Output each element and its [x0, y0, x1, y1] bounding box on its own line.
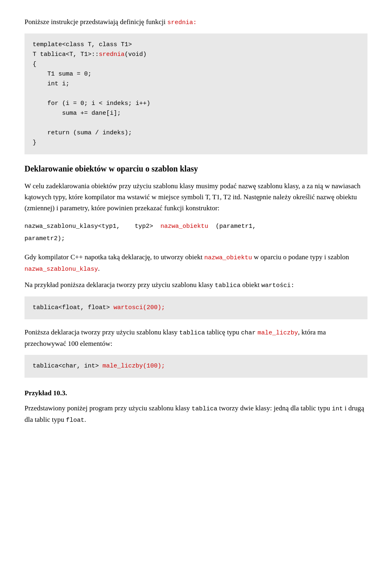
para5-code3: float [66, 417, 85, 424]
para3-code2: wartości: [261, 282, 294, 289]
para2-prefix: Gdy kompilator C++ napotka taką deklarac… [24, 253, 204, 261]
code-block-2-red: wartosci(200); [114, 304, 165, 311]
para5-code2: int [332, 405, 343, 412]
constructor-part4: (parametr1, [208, 223, 256, 230]
code-line: { [33, 61, 36, 68]
code-block-3: tablica<char, int> male_liczby(100); [24, 355, 368, 378]
code-block-3-red: male_liczby(100); [102, 363, 165, 370]
para3-prefix: Na przykład poniższa deklaracja tworzy p… [24, 281, 215, 289]
section-heading: Deklarowanie obiektów w oparciu o szablo… [24, 163, 368, 175]
code-line: int i; [33, 80, 69, 87]
constructor-part1: nazwa_szablonu_klasy<typ1, typ2> [24, 223, 160, 230]
para3-middle: obiekt [241, 281, 261, 289]
code-block-2: tablica<float, float> wartosci(200); [24, 296, 368, 319]
para4-red: male_liczby [258, 330, 298, 336]
constructor-part5: parametr2); [24, 235, 65, 242]
code-line: suma += dane[i]; [33, 110, 121, 117]
para3: Na przykład poniższa deklaracja tworzy p… [24, 279, 368, 291]
para2-red2: nazwa_szablonu_klasy [24, 266, 98, 273]
para5-end: . [85, 416, 86, 423]
intro-paragraph: Poniższe instrukcje przedstawiają defini… [24, 16, 368, 28]
code-line: return (suma / indeks); [33, 129, 132, 136]
para5-code: tablica [192, 405, 217, 412]
para5: Przedstawiony poniżej program przy użyci… [24, 403, 368, 425]
code-line: T tablica<T, T1>::srednia(void) [33, 51, 147, 58]
intro-function: srednia: [167, 19, 197, 26]
para4-code2: char [241, 330, 256, 336]
code-line: } [33, 139, 36, 146]
code-block-2-black: tablica<float, float> [33, 304, 114, 311]
constructor-part3: nazwa_obiektu [160, 223, 208, 230]
para4: Poniższa deklaracja tworzy przy użyciu s… [24, 327, 368, 349]
code-block-1: template<class T, class T1> T tablica<T,… [24, 33, 368, 154]
para2-red1: nazwa_obiektu [204, 254, 252, 261]
example-heading: Przykład 10.3. [24, 388, 368, 399]
intro-text: Poniższe instrukcje przedstawiają defini… [24, 18, 167, 26]
code-line: T1 suma = 0; [33, 71, 91, 78]
para4-prefix: Poniższa deklaracja tworzy przy użyciu s… [24, 328, 179, 336]
para3-code1: tablica [215, 282, 241, 289]
para4-middle: tablicę typu [205, 328, 241, 336]
code-block-3-black: tablica<char, int> [33, 363, 102, 370]
para4-code1: tablica [179, 330, 205, 336]
para1: W celu zadeklarowania obiektów przy użyc… [24, 180, 368, 214]
para5-prefix: Przedstawiony poniżej program przy użyci… [24, 404, 192, 412]
code-line: for (i = 0; i < indeks; i++) [33, 100, 150, 107]
para2-suffix: . [98, 265, 100, 272]
para2-middle: w oparciu o podane typy i szablon [252, 253, 349, 261]
para2: Gdy kompilator C++ napotka taką deklarac… [24, 252, 368, 274]
constructor-syntax-block: nazwa_szablonu_klasy<typ1, typ2> nazwa_o… [24, 221, 368, 245]
para5-middle: tworzy dwie klasy: jedną dla tablic typu [217, 404, 332, 412]
code-line: template<class T, class T1> [33, 41, 132, 48]
